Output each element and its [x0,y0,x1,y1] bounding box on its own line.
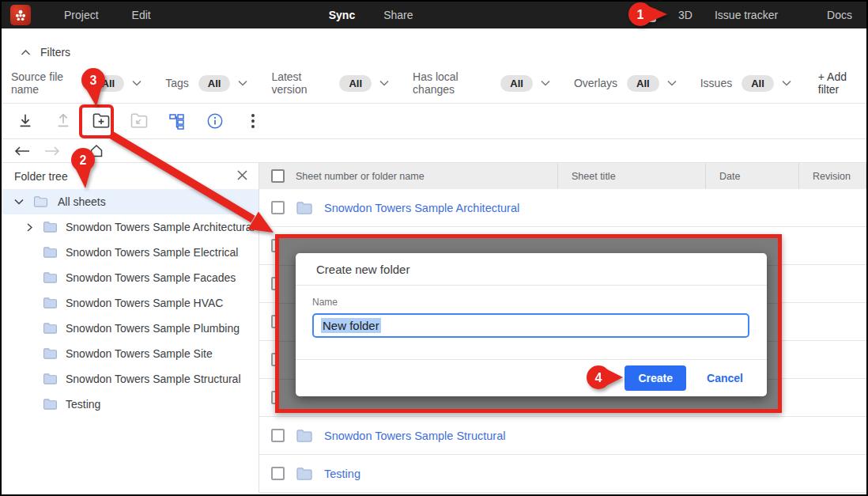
folder-tree-panel: Folder tree All sheets Snowdon Towers Sa… [2,163,259,493]
filter-has-local-changes[interactable]: Has local changes All [413,70,550,96]
column-sheet-title[interactable]: Sheet title [557,163,705,189]
menu-share[interactable]: Share [383,9,413,21]
folder-icon [43,373,58,385]
top-menubar: Project Edit Sync Share 2D 3D Issue trac… [2,2,866,28]
mode-2d-toggle[interactable]: 2D [633,9,656,22]
filter-value-pill[interactable]: All [92,75,125,92]
move-to-folder-button[interactable] [120,104,158,138]
menu-issue-tracker[interactable]: Issue tracker [715,9,778,21]
select-all-checkbox[interactable] [271,169,285,183]
chevron-right-icon[interactable] [27,223,32,232]
download-button[interactable] [6,104,44,138]
cancel-button[interactable]: Cancel [707,372,743,384]
add-filter-button[interactable]: + Add filter [818,70,866,96]
chevron-down-icon[interactable] [14,199,24,205]
table-row-testing[interactable]: Testing [259,455,866,493]
filter-value-pill[interactable]: All [500,75,533,92]
filter-issues[interactable]: Issues All [700,75,791,92]
folder-icon [296,467,313,481]
row-checkbox[interactable] [271,201,285,214]
close-icon[interactable] [237,169,247,184]
tree-node-site[interactable]: Snowdon Towers Sample Site [2,341,259,366]
app-window: Project Edit Sync Share 2D 3D Issue trac… [0,0,868,496]
chevron-down-icon[interactable] [782,80,791,86]
filter-overlays[interactable]: Overlays All [574,75,677,92]
forward-arrow-icon [44,146,60,157]
filter-value-pill[interactable]: All [198,75,231,92]
name-field-label: Name [312,297,749,308]
menu-edit[interactable]: Edit [132,9,151,21]
tree-node-plumbing[interactable]: Snowdon Towers Sample Plumbing [2,316,259,341]
folder-tree-title: Folder tree [14,170,68,183]
tree-node-architectural[interactable]: Snowdon Towers Sample Architectural [2,214,259,240]
folder-name-input[interactable]: New folder [312,313,749,338]
filter-label: Issues [700,77,732,89]
menu-project[interactable]: Project [64,9,99,21]
more-vertical-icon [251,112,255,130]
filter-label: Tags [165,77,189,89]
tree-node-all-sheets[interactable]: All sheets [2,189,259,214]
chevron-down-icon[interactable] [541,80,550,86]
folder-link[interactable]: Snowdon Towers Sample Architectural [324,202,519,214]
chevron-down-icon[interactable] [667,80,677,86]
info-button[interactable] [196,104,234,138]
tree-node-label: Snowdon Towers Sample HVAC [66,297,223,309]
filter-latest-version[interactable]: Latest version All [271,70,389,96]
tree-node-label: Snowdon Towers Sample Electrical [66,246,238,259]
filters-header[interactable]: Filters [2,28,866,63]
info-icon [206,112,224,130]
folder-navigation [2,139,866,162]
row-checkbox[interactable] [271,467,285,480]
home-button[interactable] [87,144,106,157]
table-row-structural[interactable]: Snowdon Towers Sample Structural [259,417,866,455]
row-checkbox[interactable] [271,429,285,442]
filters-title: Filters [40,46,70,59]
download-icon [17,112,34,130]
tree-node-testing[interactable]: Testing [2,392,259,417]
more-options-button[interactable] [234,104,272,138]
tree-node-hvac[interactable]: Snowdon Towers Sample HVAC [2,290,259,316]
folder-link[interactable]: Snowdon Towers Sample Structural [324,430,505,442]
bim360-logo-icon [10,5,31,25]
folder-icon [43,322,58,335]
filter-value-pill[interactable]: All [339,75,372,92]
tree-node-structural[interactable]: Snowdon Towers Sample Structural [2,366,259,392]
selected-input-text: New folder [321,318,381,333]
chevron-down-icon[interactable] [132,80,142,86]
menu-sync[interactable]: Sync [329,9,355,21]
tree-node-facades[interactable]: Snowdon Towers Sample Facades [2,265,259,290]
filter-label: Latest version [271,70,330,96]
folder-link[interactable]: Testing [324,468,360,480]
back-arrow-icon [14,146,30,157]
folder-icon [43,271,58,284]
back-button[interactable] [13,146,32,157]
tree-node-label: Testing [66,398,100,411]
column-revision[interactable]: Revision [798,163,866,189]
chevron-up-icon [21,49,31,56]
menu-docs[interactable]: Docs [827,9,852,21]
forward-button[interactable] [43,146,62,157]
folder-icon [43,347,58,360]
tree-view-icon [168,112,187,130]
column-sheet-number[interactable]: Sheet number or folder name [296,171,557,182]
chevron-down-icon[interactable] [238,80,247,86]
tree-node-electrical[interactable]: Snowdon Towers Sample Electrical [2,240,259,265]
folder-icon [43,297,58,309]
new-folder-button[interactable] [82,104,120,138]
new-folder-icon [92,112,111,130]
table-header: Sheet number or folder name Sheet title … [259,163,866,189]
upload-button[interactable] [44,104,82,138]
tree-view-button[interactable] [158,104,196,138]
folder-icon [296,201,313,215]
filter-tags[interactable]: Tags All [165,75,247,92]
create-button[interactable]: Create [625,365,686,391]
table-row-architectural[interactable]: Snowdon Towers Sample Architectural [259,189,866,227]
filter-source-file-name[interactable]: Source file name All [11,70,142,96]
chevron-down-icon[interactable] [379,80,389,86]
dialog-title: Create new folder [296,253,767,286]
tree-node-label: Snowdon Towers Sample Architectural [66,221,255,233]
filter-value-pill[interactable]: All [627,75,659,92]
filter-value-pill[interactable]: All [742,75,774,92]
mode-3d-toggle[interactable]: 3D [678,9,693,21]
column-date[interactable]: Date [705,163,798,189]
